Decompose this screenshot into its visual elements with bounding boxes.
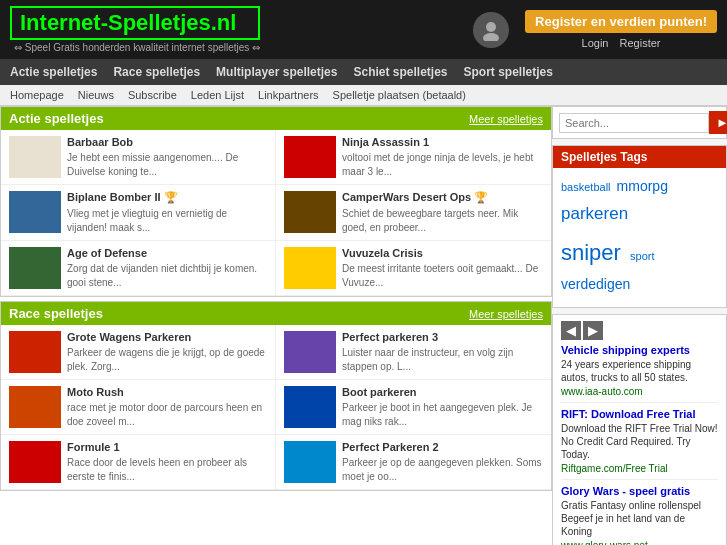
svg-point-1 <box>483 33 499 41</box>
game-desc: race met je motor door de parcours heen … <box>67 402 262 427</box>
tag-link[interactable]: basketball <box>561 181 614 193</box>
sidebar: ► Spelletjes Tags basketball mmorpg park… <box>552 106 727 545</box>
game-info: CamperWars Desert Ops 🏆 Schiet de beweeg… <box>342 191 543 234</box>
subnav-leden[interactable]: Leden Lijst <box>191 89 244 101</box>
game-desc: Parkeer je boot in het aangegeven plek. … <box>342 402 532 427</box>
login-link[interactable]: Login <box>582 37 609 49</box>
game-title: Boot parkeren <box>342 386 543 398</box>
game-item[interactable]: Formule 1 Race door de levels heen en pr… <box>1 435 276 490</box>
nav-item-race[interactable]: Race spelletjes <box>113 65 200 79</box>
logo-text[interactable]: Internet-Spelletjes.nl <box>10 6 260 40</box>
game-title: Ninja Assassin 1 <box>342 136 543 148</box>
game-thumb <box>9 191 61 233</box>
game-thumb <box>9 247 61 289</box>
game-info: Perfect Parkeren 2 Parkeer je op de aang… <box>342 441 543 483</box>
subnav-subscribe[interactable]: Subscribe <box>128 89 177 101</box>
login-register-links: Login Register <box>525 37 717 49</box>
game-desc: Je hebt een missie aangenomen.... De Dui… <box>67 152 238 177</box>
game-info: Boot parkeren Parkeer je boot in het aan… <box>342 386 543 428</box>
actie-section: Actie spelletjes Meer spelletjes Barbaar… <box>0 106 552 297</box>
game-item[interactable]: Biplane Bomber II 🏆 Vlieg met je vliegtu… <box>1 185 276 241</box>
game-desc: Parkeer de wagens die je krijgt, op de g… <box>67 347 265 372</box>
ad-item: Vehicle shipping experts 24 years experi… <box>561 344 718 397</box>
subnav-spelletje[interactable]: Spelletje plaatsen (betaald) <box>333 89 466 101</box>
search-box: ► <box>553 107 726 138</box>
register-link[interactable]: Register <box>620 37 661 49</box>
game-thumb <box>284 441 336 483</box>
logo-area: Internet-Spelletjes.nl ⇔ Speel Gratis ho… <box>10 6 260 53</box>
game-item[interactable]: Moto Rush race met je motor door de parc… <box>1 380 276 435</box>
tag-link[interactable]: verdedigen <box>561 276 630 292</box>
nav-item-sport[interactable]: Sport spelletjes <box>464 65 553 79</box>
subnav-linkpartners[interactable]: Linkpartners <box>258 89 319 101</box>
nav-item-actie[interactable]: Actie spelletjes <box>10 65 97 79</box>
ad-text: Gratis Fantasy online rollenspel Begeef … <box>561 499 718 538</box>
nav-item-schiet[interactable]: Schiet spelletjes <box>353 65 447 79</box>
main-content: Actie spelletjes Meer spelletjes Barbaar… <box>0 106 552 545</box>
actie-meer-link[interactable]: Meer spelletjes <box>469 113 543 125</box>
game-item[interactable]: Perfect Parkeren 2 Parkeer je op de aang… <box>276 435 551 490</box>
ad-title-link[interactable]: Glory Wars - speel gratis <box>561 485 718 497</box>
ad-text: Download the RIFT Free Trial Now! No Cre… <box>561 422 718 461</box>
game-thumb <box>284 386 336 428</box>
race-header: Race spelletjes Meer spelletjes <box>1 302 551 325</box>
game-info: Biplane Bomber II 🏆 Vlieg met je vliegtu… <box>67 191 267 234</box>
game-title: Barbaar Bob <box>67 136 267 148</box>
game-title: Perfect Parkeren 2 <box>342 441 543 453</box>
tag-link[interactable]: mmorpg <box>617 178 668 194</box>
game-title: Biplane Bomber II 🏆 <box>67 191 267 204</box>
subnav-homepage[interactable]: Homepage <box>10 89 64 101</box>
ad-url: Riftgame.com/Free Trial <box>561 463 718 474</box>
race-game-grid: Grote Wagens Parkeren Parkeer de wagens … <box>1 325 551 490</box>
game-item[interactable]: Ninja Assassin 1 voltooi met de jonge ni… <box>276 130 551 185</box>
search-section: ► <box>552 106 727 139</box>
race-section: Race spelletjes Meer spelletjes Grote Wa… <box>0 301 552 491</box>
tag-link[interactable]: parkeren <box>561 204 628 223</box>
game-info: Grote Wagens Parkeren Parkeer de wagens … <box>67 331 267 373</box>
game-thumb <box>9 441 61 483</box>
race-title: Race spelletjes <box>9 306 103 321</box>
nav-item-multiplayer[interactable]: Multiplayer spelletjes <box>216 65 337 79</box>
actie-title: Actie spelletjes <box>9 111 104 126</box>
ad-title-link[interactable]: RIFT: Download Free Trial <box>561 408 718 420</box>
game-info: Vuvuzela Crisis De meest irritante toete… <box>342 247 543 289</box>
game-title: Grote Wagens Parkeren <box>67 331 267 343</box>
game-desc: Zorg dat de vijanden niet dichtbij je ko… <box>67 263 257 288</box>
game-title: Perfect parkeren 3 <box>342 331 543 343</box>
game-title: Age of Defense <box>67 247 267 259</box>
ads-next-button[interactable]: ▶ <box>583 321 603 340</box>
game-desc: Parkeer je op de aangegeven plekken. Som… <box>342 457 542 482</box>
search-button[interactable]: ► <box>709 111 727 134</box>
game-item[interactable]: CamperWars Desert Ops 🏆 Schiet de beweeg… <box>276 185 551 241</box>
game-info: Barbaar Bob Je hebt een missie aangenome… <box>67 136 267 178</box>
game-item[interactable]: Boot parkeren Parkeer je boot in het aan… <box>276 380 551 435</box>
game-info: Age of Defense Zorg dat de vijanden niet… <box>67 247 267 289</box>
game-item[interactable]: Vuvuzela Crisis De meest irritante toete… <box>276 241 551 296</box>
game-desc: voltooi met de jonge ninja de levels, je… <box>342 152 533 177</box>
game-item[interactable]: Barbaar Bob Je hebt een missie aangenome… <box>1 130 276 185</box>
search-input[interactable] <box>559 113 709 133</box>
race-meer-link[interactable]: Meer spelletjes <box>469 308 543 320</box>
tags-area: basketball mmorpg parkeren sniper sport … <box>553 168 726 307</box>
game-thumb <box>284 247 336 289</box>
game-thumb <box>284 136 336 178</box>
game-item[interactable]: Perfect parkeren 3 Luister naar de instr… <box>276 325 551 380</box>
game-info: Formule 1 Race door de levels heen en pr… <box>67 441 267 483</box>
ad-url: www.iaa-auto.com <box>561 386 718 397</box>
game-desc: Race door de levels heen en probeer als … <box>67 457 247 482</box>
game-thumb <box>9 386 61 428</box>
game-item[interactable]: Grote Wagens Parkeren Parkeer de wagens … <box>1 325 276 380</box>
ad-title-link[interactable]: Vehicle shipping experts <box>561 344 718 356</box>
ad-text: 24 years experience shipping autos, truc… <box>561 358 718 384</box>
subnav-nieuws[interactable]: Nieuws <box>78 89 114 101</box>
header-right: Register en verdien punten! Login Regist… <box>473 10 717 49</box>
game-item[interactable]: Age of Defense Zorg dat de vijanden niet… <box>1 241 276 296</box>
game-thumb <box>284 191 336 233</box>
sub-nav: Homepage Nieuws Subscribe Leden Lijst Li… <box>0 85 727 106</box>
game-desc: Vlieg met je vliegtuig en vernietig de v… <box>67 208 227 233</box>
ads-prev-button[interactable]: ◀ <box>561 321 581 340</box>
tag-link[interactable]: sniper <box>561 240 627 265</box>
game-title: Moto Rush <box>67 386 267 398</box>
tag-link[interactable]: sport <box>630 250 654 262</box>
register-button[interactable]: Register en verdien punten! <box>525 10 717 33</box>
